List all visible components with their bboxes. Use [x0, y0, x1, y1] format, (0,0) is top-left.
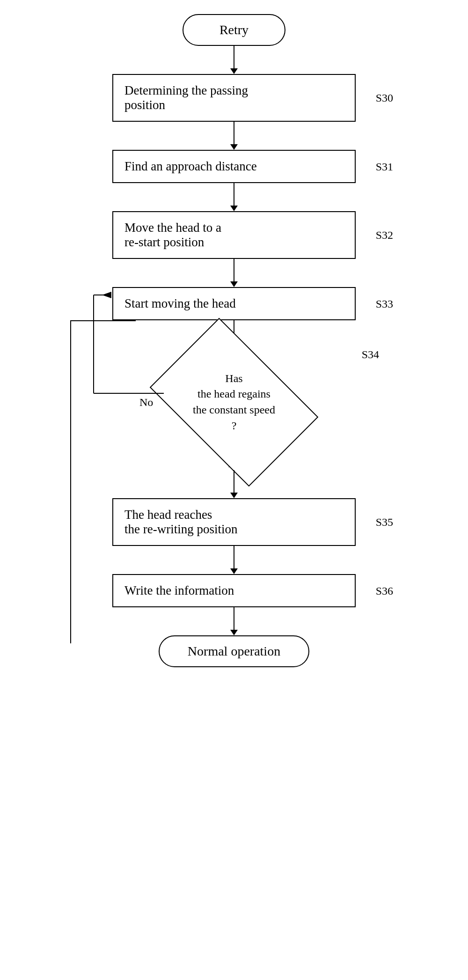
- s35-process: The head reachesthe re-writing position: [112, 498, 356, 546]
- s34-diamond-row: S34 No Hasthe head regainsthe constant s…: [70, 348, 398, 456]
- no-label: No: [139, 396, 153, 409]
- loop-container: S34 No Hasthe head regainsthe constant s…: [70, 320, 398, 498]
- s30-step-label: S30: [376, 92, 393, 104]
- s31-step-label: S31: [376, 160, 393, 173]
- s32-row: Move the head to are-start position S32: [112, 211, 356, 259]
- s35-step-label: S35: [376, 516, 393, 529]
- flowchart: Retry Determining the passingposition S3…: [0, 0, 468, 686]
- s32-process: Move the head to are-start position: [112, 211, 356, 259]
- arrow-yes-to-s35: [230, 470, 238, 498]
- s36-row: Write the information S36: [112, 574, 356, 607]
- arrow-s31-to-s32: [230, 183, 238, 211]
- normal-terminal: Normal operation: [159, 635, 309, 667]
- s35-label: The head reachesthe re-writing position: [124, 508, 237, 537]
- s33-label: Start moving the head: [124, 296, 236, 311]
- s30-process: Determining the passingposition: [112, 74, 356, 122]
- s34-step-label-pos: S34: [362, 348, 379, 361]
- s33-row: Start moving the head S33: [112, 287, 356, 320]
- s31-process: Find an approach distance: [112, 150, 356, 183]
- s31-row: Find an approach distance S31: [112, 150, 356, 183]
- arrow-s32-to-s33: [230, 259, 238, 287]
- arrow-s35-to-s36: [230, 546, 238, 574]
- s36-process: Write the information: [112, 574, 356, 607]
- retry-label: Retry: [219, 22, 249, 37]
- s30-row: Determining the passingposition S30: [112, 74, 356, 122]
- normal-label: Normal operation: [188, 644, 280, 659]
- retry-node: Retry: [183, 14, 285, 46]
- s32-label: Move the head to are-start position: [124, 221, 221, 250]
- s35-row: The head reachesthe re-writing position …: [112, 498, 356, 546]
- s30-label: Determining the passingposition: [124, 83, 248, 112]
- normal-row: Normal operation: [159, 635, 309, 667]
- s31-label: Find an approach distance: [124, 159, 257, 174]
- s32-step-label: S32: [376, 229, 393, 242]
- s34-diamond: Hasthe head regainsthe constant speed?: [154, 348, 314, 456]
- s34-step-label: S34: [362, 348, 379, 361]
- s34-diamond-text: Hasthe head regainsthe constant speed?: [183, 371, 285, 434]
- s36-label: Write the information: [124, 583, 234, 598]
- arrow-s30-to-s31: [230, 122, 238, 150]
- s33-step-label: S33: [376, 297, 393, 310]
- arrow-retry-to-s30: [230, 46, 238, 74]
- retry-terminal: Retry: [183, 14, 285, 46]
- arrow-s36-to-normal: [230, 607, 238, 635]
- s36-step-label: S36: [376, 584, 393, 597]
- s33-process: Start moving the head: [112, 287, 356, 320]
